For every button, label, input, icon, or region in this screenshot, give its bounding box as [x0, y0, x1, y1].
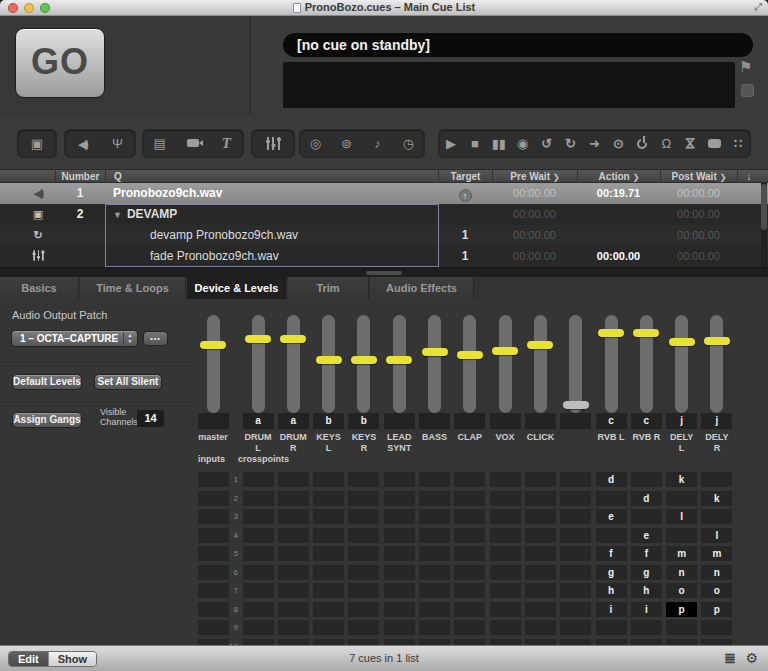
matrix-cell[interactable] — [701, 620, 732, 635]
matrix-cell[interactable] — [348, 565, 379, 580]
splitter-handle[interactable] — [366, 271, 402, 275]
column-target[interactable]: Target — [438, 170, 492, 183]
matrix-cell[interactable]: f — [631, 546, 662, 561]
fader-track[interactable] — [287, 315, 300, 413]
matrix-cell[interactable]: n — [666, 565, 697, 580]
action-value[interactable] — [577, 225, 660, 246]
cue-list-scrollbar[interactable] — [761, 183, 767, 267]
matrix-cell[interactable] — [525, 491, 556, 506]
fader-handle[interactable] — [245, 335, 271, 343]
matrix-cell[interactable] — [666, 620, 697, 635]
matrix-cell[interactable] — [243, 491, 274, 506]
post-wait-value[interactable]: 00:00.00 — [660, 204, 737, 225]
matrix-cell[interactable] — [454, 472, 485, 487]
fade-cue-icon[interactable] — [252, 130, 294, 157]
fader-track[interactable] — [252, 315, 265, 413]
matrix-cell[interactable] — [701, 509, 732, 524]
fader-track[interactable] — [499, 315, 512, 413]
matrix-cell[interactable]: o — [666, 583, 697, 598]
matrix-master-cell[interactable] — [198, 565, 229, 580]
gang-field[interactable]: j — [701, 413, 732, 429]
matrix-cell[interactable]: l — [701, 528, 732, 543]
cue-name[interactable]: ▼DEVAMP — [113, 204, 433, 225]
gang-field[interactable] — [454, 413, 485, 429]
gear-icon[interactable]: ⚙ — [745, 650, 758, 666]
matrix-cell[interactable] — [525, 546, 556, 561]
matrix-cell[interactable] — [525, 509, 556, 524]
gang-field[interactable]: a — [243, 413, 274, 429]
matrix-cell[interactable] — [631, 472, 662, 487]
matrix-cell[interactable] — [454, 583, 485, 598]
matrix-master-cell[interactable] — [198, 528, 229, 543]
flag-icon[interactable]: ⚑ — [739, 58, 752, 76]
matrix-cell[interactable]: p — [701, 602, 732, 617]
matrix-cell[interactable] — [525, 472, 556, 487]
matrix-cell[interactable]: d — [631, 491, 662, 506]
matrix-cell[interactable] — [454, 546, 485, 561]
matrix-cell[interactable]: e — [596, 509, 627, 524]
matrix-cell[interactable]: o — [701, 583, 732, 598]
memo-icon[interactable] — [702, 130, 726, 157]
matrix-cell[interactable] — [419, 528, 450, 543]
matrix-cell[interactable] — [419, 491, 450, 506]
tab-trim[interactable]: Trim — [288, 277, 369, 299]
matrix-cell[interactable] — [384, 528, 415, 543]
post-wait-value[interactable]: 00:00.00 — [660, 246, 737, 267]
cue-row[interactable]: ↻devamp Pronobozo9ch.wav100:00.0000:00.0… — [0, 225, 768, 246]
tab-device-levels[interactable]: Device & Levels — [187, 277, 287, 299]
fader-handle[interactable] — [527, 341, 553, 349]
column-pre-wait[interactable]: Pre Wait❯ — [492, 170, 577, 183]
matrix-cell[interactable] — [243, 620, 274, 635]
matrix-cell[interactable] — [490, 565, 521, 580]
matrix-cell[interactable] — [419, 583, 450, 598]
action-value[interactable]: 00:19.71 — [577, 183, 660, 204]
matrix-cell[interactable] — [560, 472, 591, 487]
matrix-cell[interactable] — [560, 565, 591, 580]
matrix-cell[interactable] — [348, 620, 379, 635]
matrix-cell[interactable] — [560, 620, 591, 635]
cue-row[interactable]: fade Pronobozo9ch.wav100:00.0000:00.0000… — [0, 246, 768, 267]
cue-name[interactable]: fade Pronobozo9ch.wav — [150, 246, 470, 267]
tab-basics[interactable]: Basics — [0, 277, 79, 299]
target-icon[interactable]: ⊙ — [606, 130, 630, 157]
gang-field[interactable] — [525, 413, 556, 429]
matrix-cell[interactable] — [243, 583, 274, 598]
matrix-cell[interactable] — [278, 472, 309, 487]
visible-channels-field[interactable]: 14 — [137, 410, 164, 427]
gang-field[interactable]: j — [666, 413, 697, 429]
matrix-cell[interactable] — [419, 602, 450, 617]
matrix-cell[interactable] — [419, 546, 450, 561]
cue-row[interactable]: ▣2▼DEVAMP00:00.0000:00.00 — [0, 204, 768, 225]
matrix-cell[interactable] — [313, 620, 344, 635]
timecode-cue-icon[interactable]: ◷ — [393, 130, 424, 157]
matrix-cell[interactable] — [454, 620, 485, 635]
script-icon[interactable]: ∷ — [726, 130, 750, 157]
matrix-master-cell[interactable] — [198, 602, 229, 617]
matrix-cell[interactable] — [278, 491, 309, 506]
fader-handle[interactable] — [386, 356, 412, 364]
matrix-cell[interactable] — [384, 509, 415, 524]
matrix-cell[interactable] — [596, 491, 627, 506]
patch-edit-button[interactable]: ••• — [143, 331, 168, 346]
column-continue[interactable]: ↓ — [737, 170, 760, 183]
matrix-cell[interactable] — [525, 620, 556, 635]
matrix-cell[interactable] — [278, 528, 309, 543]
fader-track[interactable] — [207, 315, 220, 413]
gang-field[interactable] — [384, 413, 415, 429]
matrix-cell[interactable] — [384, 565, 415, 580]
matrix-cell[interactable] — [454, 602, 485, 617]
mic-cue-icon[interactable]: Ψ — [100, 130, 135, 157]
matrix-cell[interactable]: g — [631, 565, 662, 580]
matrix-cell[interactable]: m — [701, 546, 732, 561]
audio-cue-icon[interactable]: ◀) — [65, 130, 100, 158]
hourglass-icon[interactable]: ⋈ — [678, 130, 702, 157]
text-cue-icon[interactable]: T — [210, 130, 243, 157]
gang-field[interactable]: c — [631, 413, 662, 429]
start-icon[interactable]: ▶ — [439, 130, 463, 157]
pre-wait-value[interactable]: 00:00.00 — [492, 183, 577, 204]
fader-track[interactable] — [675, 315, 688, 413]
column-action[interactable]: Action❯ — [577, 170, 660, 183]
matrix-cell[interactable] — [560, 509, 591, 524]
matrix-cell[interactable] — [278, 583, 309, 598]
fader-handle[interactable] — [598, 329, 624, 337]
